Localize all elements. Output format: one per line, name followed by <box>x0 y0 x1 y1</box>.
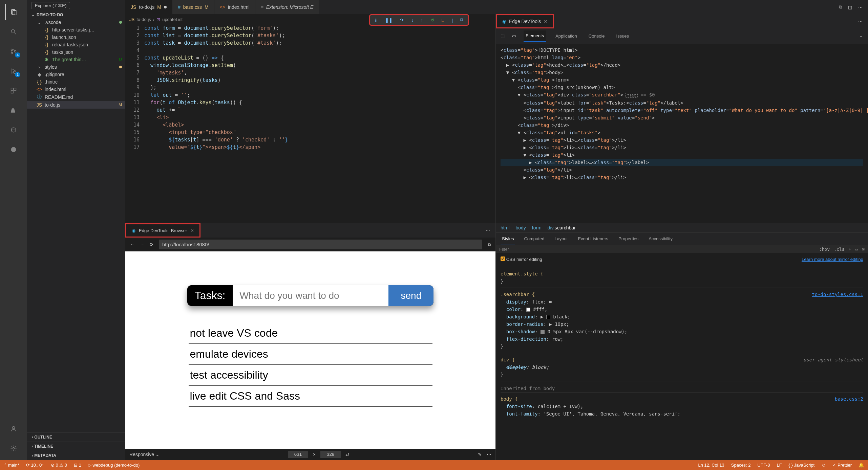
problems-status[interactable]: ⊘ 0 ⚠ 0 <box>51 463 67 468</box>
dom-node[interactable]: <class="tag">html lang="en"> <box>501 54 863 61</box>
dom-node[interactable]: ▼ <class="tag">form> <box>501 76 863 84</box>
file-item[interactable]: { }.hintrc <box>27 78 125 86</box>
dom-node[interactable]: <class="tag">/li> <box>501 166 863 174</box>
task-item[interactable]: not leave VS code <box>189 323 432 344</box>
task-item[interactable]: test accessibility <box>189 365 432 386</box>
styles-subtab[interactable]: Computed <box>523 233 546 245</box>
height-input[interactable] <box>320 451 341 458</box>
add-tab-icon[interactable]: ＋ <box>859 33 863 39</box>
sidebar-section[interactable]: › TIMELINE <box>27 442 125 451</box>
ab-account[interactable] <box>5 421 22 437</box>
more-icon[interactable]: ⋯ <box>487 452 491 457</box>
debug-target[interactable]: ▷ webdebug (demo-to-do) <box>88 463 140 468</box>
step-out-icon[interactable]: ↑ <box>421 18 423 23</box>
styles-subtab[interactable]: Styles <box>501 233 515 245</box>
dom-tree[interactable]: <class="tag">!DOCTYPE html><class="tag">… <box>496 44 868 223</box>
dom-node[interactable]: <class="tag">label for="task">Tasks:<cla… <box>501 99 863 107</box>
file-item[interactable]: ✱The great thin…U <box>27 56 125 63</box>
branch-status[interactable]: ᚶ main* <box>4 463 19 468</box>
styles-pane[interactable]: element.style {}to-do-styles.css:1.searc… <box>496 265 868 460</box>
breadcrumb-item[interactable]: form <box>532 225 542 230</box>
ab-debug[interactable]: 1 <box>5 63 22 79</box>
file-item[interactable]: ◆.gitignore <box>27 71 125 78</box>
language-mode[interactable]: { } JavaScript <box>789 463 815 468</box>
task-item[interactable]: live edit CSS and Sass <box>189 386 432 407</box>
devtools-panel-tab[interactable]: Issues <box>614 31 631 41</box>
sidebar-section[interactable]: › METADATA <box>27 451 125 460</box>
dom-node[interactable]: ▶ <class="tag">head>…<class="tag">/head> <box>501 61 863 69</box>
edit-icon[interactable]: ✎ <box>478 452 482 457</box>
styles-subtab[interactable]: Accessibility <box>647 233 674 245</box>
devtools-panel-tab[interactable]: Application <box>553 31 579 41</box>
file-item[interactable]: {}http-server-tasks.j… <box>27 26 125 33</box>
step-into-icon[interactable]: ↓ <box>411 18 414 23</box>
more-icon[interactable]: ⋯ <box>486 228 490 233</box>
split-icon[interactable]: ◫ <box>848 5 852 10</box>
ab-search[interactable] <box>5 24 22 40</box>
dom-node[interactable]: <class="tag">input id="task" autocomplet… <box>501 107 863 114</box>
dom-node[interactable]: <class="tag">!DOCTYPE html> <box>501 46 863 54</box>
browser-tab[interactable]: ◉ Edge DevTools: Browser ✕ <box>125 223 200 238</box>
code-editor[interactable]: 1234567891011121314151617 const form = d… <box>125 24 495 223</box>
dom-node[interactable]: ▶ <class="tag">label>…<class="tag">/labe… <box>501 159 863 166</box>
rotate-icon[interactable]: ⇄ <box>345 452 350 457</box>
send-button[interactable]: send <box>388 285 433 306</box>
breadcrumb-item[interactable]: html <box>501 225 509 230</box>
editor-tab[interactable]: <>index.html <box>214 0 255 14</box>
file-item[interactable]: <>index.html <box>27 86 125 93</box>
folder-item[interactable]: › styles <box>27 63 125 71</box>
stop-icon[interactable]: □ <box>442 18 444 23</box>
ab-remote[interactable] <box>5 122 22 138</box>
breadcrumb-item[interactable]: body <box>515 225 526 230</box>
breadcrumb-item[interactable]: div.searchbar <box>548 225 576 230</box>
editor-tab[interactable]: ≡Extension: Microsoft E <box>255 0 319 14</box>
ports-status[interactable]: ⊟ 1 <box>74 463 81 468</box>
drag-handle-icon[interactable]: ⁞⁞ <box>375 18 378 23</box>
plus-icon[interactable]: + <box>849 247 851 252</box>
dom-node[interactable]: ▶ <class="tag">li>…<class="tag">/li> <box>501 144 863 151</box>
sync-status[interactable]: ⟳ 10↓ 0↑ <box>26 463 44 468</box>
ab-extensions[interactable] <box>5 83 22 99</box>
hov-chip[interactable]: :hov <box>819 247 830 252</box>
dom-node[interactable]: ▼ <class="tag">ul id="tasks"> <box>501 129 863 136</box>
mirror-learn-link[interactable]: Learn more about mirror editing <box>802 257 863 262</box>
source-link[interactable]: to-do-styles.css:1 <box>812 291 863 298</box>
refresh-icon[interactable]: ⟳ <box>150 242 153 247</box>
file-item[interactable]: {}reload-tasks.json <box>27 41 125 48</box>
dom-node[interactable]: ▼ <class="tag">body> <box>501 69 863 76</box>
ab-edge[interactable] <box>5 141 22 158</box>
cursor-position[interactable]: Ln 12, Col 13 <box>698 463 724 468</box>
close-icon[interactable]: ✕ <box>544 19 548 24</box>
forward-icon[interactable]: → <box>140 242 144 247</box>
devtools-tab[interactable]: ◉ Edge DevTools ✕ <box>496 14 554 28</box>
devtools-panel-tab[interactable]: Console <box>587 31 607 41</box>
source-link[interactable]: base.css:2 <box>835 395 863 403</box>
file-item[interactable]: ⓘREADME.md <box>27 93 125 101</box>
task-item[interactable]: emulate devices <box>189 344 432 365</box>
device-icon[interactable]: ▭ <box>855 247 858 252</box>
dom-breadcrumbs[interactable]: htmlbodyformdiv.searchbar <box>496 223 868 232</box>
dom-node[interactable]: ▶ <class="tag">li>…<class="tag">/li> <box>501 174 863 181</box>
more-icon[interactable]: ⋯ <box>858 5 863 10</box>
cls-chip[interactable]: .cls <box>834 247 844 252</box>
ab-settings[interactable] <box>5 440 22 456</box>
notifications-icon[interactable]: 🔔 <box>859 463 864 468</box>
mirror-checkbox[interactable] <box>501 256 505 261</box>
file-item[interactable]: {}launch.json <box>27 33 125 41</box>
back-icon[interactable]: ← <box>130 242 134 247</box>
ab-azure[interactable] <box>5 102 22 118</box>
file-item[interactable]: {}tasks.json <box>27 48 125 56</box>
task-input[interactable] <box>233 285 388 306</box>
more-icon[interactable]: ⋯ <box>858 19 863 24</box>
dom-node[interactable]: ▼ <class="tag">div class="searchbar">fle… <box>501 91 863 99</box>
device-toggle-icon[interactable]: ▭ <box>512 33 516 39</box>
editor-tab[interactable]: JSto-do.jsM <box>125 0 172 14</box>
dom-node[interactable]: <class="tag">img src(unknown) alt> <box>501 84 863 91</box>
mirror-checkbox-label[interactable]: CSS mirror editing <box>501 256 542 262</box>
pause-icon[interactable]: ❚❚ <box>385 18 393 23</box>
url-input[interactable] <box>159 240 482 249</box>
width-input[interactable] <box>288 451 308 458</box>
filter-input[interactable] <box>499 247 815 252</box>
dom-node[interactable]: ▼ <class="tag">li> <box>501 151 863 159</box>
dom-node[interactable]: <class="tag">input type="submit" value="… <box>501 114 863 121</box>
